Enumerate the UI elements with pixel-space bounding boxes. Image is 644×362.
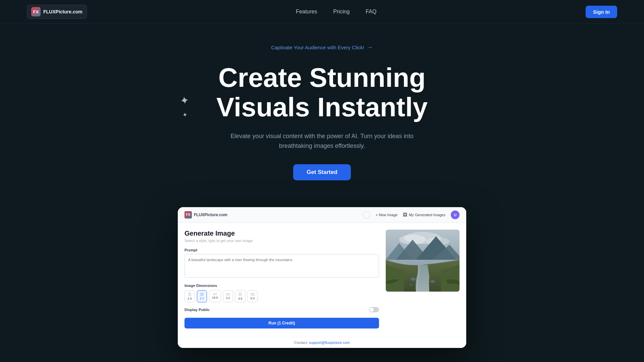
dimensions-grid: 2:3 1:1 16:9 3:2 (184, 290, 379, 302)
my-generated-images-button[interactable]: 🖼 My Generated Images (403, 212, 445, 217)
svg-point-10 (409, 284, 413, 286)
dimension-5-4[interactable]: 5:4 (248, 290, 258, 302)
sign-in-button[interactable]: Sign In (586, 6, 617, 18)
app-logo-text: FLUXPicture.com (194, 213, 227, 217)
nav-pricing-link[interactable]: Pricing (333, 9, 350, 14)
my-images-label: My Generated Images (409, 213, 445, 217)
settings-icon[interactable]: ⚙ (363, 211, 370, 219)
svg-point-8 (411, 278, 416, 281)
app-topbar-actions: ⚙ + New Image 🖼 My Generated Images U (363, 210, 460, 219)
app-preview-card: FX FLUXPicture.com ⚙ + New Image 🖼 My Ge… (178, 207, 466, 348)
dimension-1-1[interactable]: 1:1 (197, 290, 207, 302)
get-started-button[interactable]: Get Started (293, 164, 351, 180)
display-public-label: Display Public (184, 308, 210, 312)
hero-section: ✦✦ Captivate Your Audience with Every Cl… (0, 24, 644, 362)
generate-title: Generate Image (184, 230, 379, 237)
new-image-button[interactable]: + New Image (376, 213, 397, 217)
nav-features-link[interactable]: Features (296, 9, 317, 14)
run-button[interactable]: Run (1 Credit) (184, 318, 379, 328)
display-public-toggle[interactable] (369, 307, 379, 312)
hero-banner[interactable]: Captivate Your Audience with Every Click… (271, 44, 373, 51)
dimension-2-3[interactable]: 2:3 (184, 290, 195, 302)
hero-banner-text: Captivate Your Audience with Every Click… (271, 45, 364, 50)
generated-image (386, 230, 460, 292)
dimension-16-9[interactable]: 16:9 (209, 290, 221, 302)
app-footer: Contact: support@fluxpicture.com (178, 337, 466, 348)
app-logo: FX FLUXPicture.com (184, 211, 227, 219)
hero-subtitle: Elevate your visual content with the pow… (228, 131, 416, 151)
mountain-svg (386, 230, 460, 292)
navbar: FX FLUXPicture.com Features Pricing FAQ … (0, 0, 644, 24)
display-public-row: Display Public (184, 307, 379, 312)
logo-text: FLUXPicture.com (43, 9, 83, 14)
hero-content: Captivate Your Audience with Every Click… (0, 24, 644, 207)
app-preview-wrapper: FX FLUXPicture.com ⚙ + New Image 🖼 My Ge… (0, 207, 644, 362)
prompt-label: Prompt (184, 248, 379, 252)
dimension-4-5[interactable]: 4:5 (235, 290, 246, 302)
image-preview-panel (386, 230, 460, 330)
app-logo-icon: FX (184, 211, 192, 219)
prompt-input[interactable]: A beautiful landscape with a river flowi… (184, 254, 379, 278)
app-form-panel: Generate Image Select a style, type to g… (184, 230, 379, 330)
contact-text: Contact: (294, 341, 308, 345)
generate-subtitle: Select a style, type to get your own ima… (184, 239, 379, 243)
logo[interactable]: FX FLUXPicture.com (27, 5, 87, 19)
svg-point-9 (430, 280, 435, 283)
dimensions-label: Image Dimensions (184, 284, 379, 288)
dimension-3-2[interactable]: 3:2 (223, 290, 233, 302)
app-topbar: FX FLUXPicture.com ⚙ + New Image 🖼 My Ge… (178, 207, 466, 223)
avatar: U (451, 210, 460, 219)
arrow-icon: → (367, 44, 373, 51)
logo-icon: FX (31, 7, 41, 16)
app-body: Generate Image Select a style, type to g… (178, 223, 466, 337)
new-image-label: + New Image (376, 213, 397, 217)
contact-email[interactable]: support@fluxpicture.com (309, 341, 350, 345)
nav-faq-link[interactable]: FAQ (366, 9, 376, 14)
hero-title: Create Stunning Visuals Instantly (216, 63, 428, 122)
nav-links: Features Pricing FAQ (296, 9, 376, 15)
